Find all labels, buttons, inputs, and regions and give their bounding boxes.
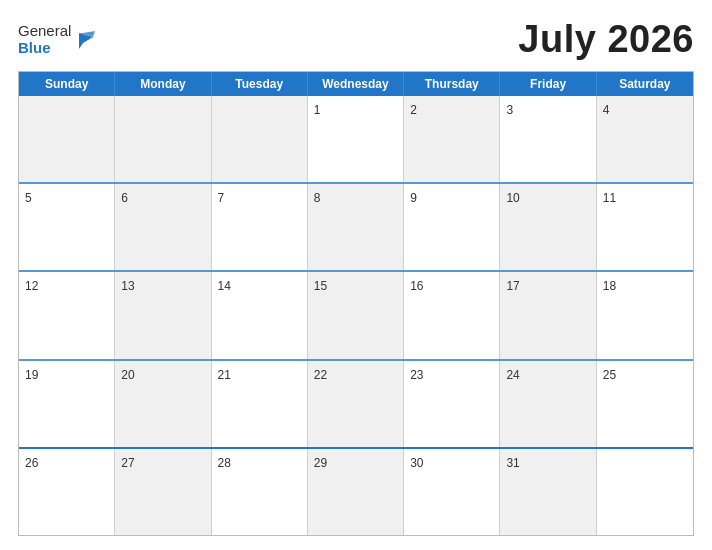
- cell-jul-16[interactable]: 16: [404, 272, 500, 358]
- cell-jul-5[interactable]: 5: [19, 184, 115, 270]
- logo-text-stack: General Blue: [18, 23, 71, 56]
- header-wednesday: Wednesday: [308, 72, 404, 96]
- cell-jul-28[interactable]: 28: [212, 449, 308, 535]
- cell-jul-7[interactable]: 7: [212, 184, 308, 270]
- cell-empty-3: [212, 96, 308, 182]
- cell-jul-30[interactable]: 30: [404, 449, 500, 535]
- calendar-grid: Sunday Monday Tuesday Wednesday Thursday…: [18, 71, 694, 536]
- header-saturday: Saturday: [597, 72, 693, 96]
- header-friday: Friday: [500, 72, 596, 96]
- cell-jul-18[interactable]: 18: [597, 272, 693, 358]
- page-header: General Blue July 2026: [18, 18, 694, 61]
- cell-jul-29[interactable]: 29: [308, 449, 404, 535]
- cell-jul-31[interactable]: 31: [500, 449, 596, 535]
- cell-empty-1: [19, 96, 115, 182]
- cell-jul-25[interactable]: 25: [597, 361, 693, 447]
- cell-jul-4[interactable]: 4: [597, 96, 693, 182]
- cell-jul-3[interactable]: 3: [500, 96, 596, 182]
- cell-jul-2[interactable]: 2: [404, 96, 500, 182]
- calendar-body: 1 2 3 4 5 6 7 8 9 10 11 12 13 14 15 16: [19, 96, 693, 535]
- header-sunday: Sunday: [19, 72, 115, 96]
- cell-jul-21[interactable]: 21: [212, 361, 308, 447]
- cell-jul-8[interactable]: 8: [308, 184, 404, 270]
- cell-jul-13[interactable]: 13: [115, 272, 211, 358]
- calendar-week-1: 1 2 3 4: [19, 96, 693, 182]
- logo-flag-icon: [75, 29, 97, 51]
- cell-jul-11[interactable]: 11: [597, 184, 693, 270]
- logo-general: General: [18, 23, 71, 40]
- cell-jul-27[interactable]: 27: [115, 449, 211, 535]
- cell-jul-12[interactable]: 12: [19, 272, 115, 358]
- cell-jul-6[interactable]: 6: [115, 184, 211, 270]
- cell-jul-1[interactable]: 1: [308, 96, 404, 182]
- logo: General Blue: [18, 23, 97, 56]
- header-thursday: Thursday: [404, 72, 500, 96]
- cell-jul-26[interactable]: 26: [19, 449, 115, 535]
- cell-jul-22[interactable]: 22: [308, 361, 404, 447]
- calendar-week-3: 12 13 14 15 16 17 18: [19, 270, 693, 358]
- calendar-week-4: 19 20 21 22 23 24 25: [19, 359, 693, 447]
- month-year-title: July 2026: [518, 18, 694, 61]
- cell-jul-23[interactable]: 23: [404, 361, 500, 447]
- cell-jul-14[interactable]: 14: [212, 272, 308, 358]
- cell-empty-end: [597, 449, 693, 535]
- header-tuesday: Tuesday: [212, 72, 308, 96]
- calendar-header-row: Sunday Monday Tuesday Wednesday Thursday…: [19, 72, 693, 96]
- cell-jul-24[interactable]: 24: [500, 361, 596, 447]
- logo-blue: Blue: [18, 40, 71, 57]
- cell-jul-10[interactable]: 10: [500, 184, 596, 270]
- calendar-week-2: 5 6 7 8 9 10 11: [19, 182, 693, 270]
- calendar-page: General Blue July 2026 Sunday Monday Tue…: [0, 0, 712, 550]
- calendar-week-5: 26 27 28 29 30 31: [19, 447, 693, 535]
- cell-empty-2: [115, 96, 211, 182]
- cell-jul-15[interactable]: 15: [308, 272, 404, 358]
- cell-jul-20[interactable]: 20: [115, 361, 211, 447]
- header-monday: Monday: [115, 72, 211, 96]
- cell-jul-17[interactable]: 17: [500, 272, 596, 358]
- cell-jul-9[interactable]: 9: [404, 184, 500, 270]
- cell-jul-19[interactable]: 19: [19, 361, 115, 447]
